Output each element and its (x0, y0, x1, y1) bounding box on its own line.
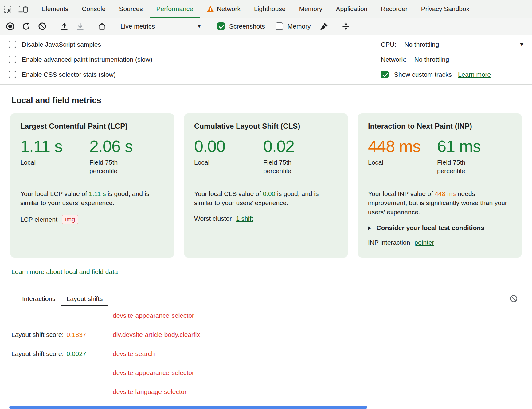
show-custom-tracks-checkbox[interactable]: Show custom tracks (381, 71, 452, 78)
live-metrics-home-button[interactable] (95, 20, 109, 33)
element-node-link[interactable]: devsite-appearance-selector (113, 369, 194, 376)
element-node-link[interactable]: devsite-appearance-selector (113, 312, 194, 319)
tab-network[interactable]: Network (200, 0, 247, 18)
inp-interaction-link[interactable]: pointer (414, 239, 434, 246)
tab-label: Layout shifts (67, 295, 103, 302)
download-icon (76, 22, 85, 31)
upload-icon (60, 22, 69, 31)
worst-cluster-link[interactable]: 1 shift (236, 215, 253, 222)
network-value: No throttling (414, 56, 449, 63)
capture-settings: Disable JavaScript samples Enable advanc… (0, 35, 532, 85)
clear-button[interactable] (35, 20, 49, 33)
desc-text: Your local INP value of (368, 190, 435, 197)
cls-local-block: 0.00 Local (194, 137, 263, 175)
element-node-link[interactable]: div.devsite-article-body.clearfix (113, 331, 200, 338)
inp-field-block: 61 ms Field 75th percentile (437, 137, 483, 175)
learn-more-local-field-link[interactable]: Learn more about local and field data (11, 268, 118, 275)
tab-label: Sources (119, 5, 143, 13)
tab-label: Privacy Sandbox (421, 5, 470, 13)
divider (335, 21, 335, 31)
disable-js-samples-checkbox[interactable]: Disable JavaScript samples (9, 37, 152, 52)
consider-local-conditions-disclosure[interactable]: ▶ Consider your local test conditions (368, 224, 512, 232)
css-selector-stats-checkbox[interactable]: Enable CSS selector stats (slow) (9, 67, 152, 82)
cls-worst-cluster-row: Worst cluster 1 shift (194, 215, 338, 222)
lcp-element-node-link[interactable]: img (62, 215, 78, 224)
tab-lighthouse[interactable]: Lighthouse (247, 0, 292, 18)
settings-left-column: Disable JavaScript samples Enable advanc… (0, 37, 152, 82)
lcp-field-value: 2.06 s (89, 137, 135, 156)
cpu-label: CPU: (381, 41, 396, 48)
checkbox-unchecked-icon (276, 22, 283, 30)
score-label: Layout shift score: (11, 350, 64, 357)
tab-application[interactable]: Application (329, 0, 374, 18)
network-throttling-select[interactable]: Network: No throttling ▼ (381, 52, 525, 67)
divider (33, 4, 33, 14)
load-profile-button[interactable] (57, 20, 71, 33)
layout-shift-row[interactable]: Layout shift score: 0.0027 devsite-searc… (10, 344, 522, 363)
divider (91, 21, 91, 31)
tab-label: Application (336, 5, 368, 13)
tab-interactions[interactable]: Interactions (17, 291, 61, 306)
tab-performance[interactable]: Performance (150, 0, 200, 18)
memory-checkbox[interactable]: Memory (271, 22, 315, 30)
divider (113, 21, 113, 31)
record-and-reload-button[interactable] (19, 20, 33, 33)
tab-privacy-sandbox[interactable]: Privacy Sandbox (414, 0, 476, 18)
desc-text: Your local CLS value of (194, 190, 263, 197)
tab-recorder[interactable]: Recorder (374, 0, 414, 18)
divider (194, 182, 338, 182)
screenshots-checkbox[interactable]: Screenshots (213, 22, 269, 30)
tab-label: Interactions (22, 295, 56, 302)
divider (20, 182, 164, 182)
score-label: Layout shift score: (11, 331, 64, 338)
cls-card-title: Cumulative Layout Shift (CLS) (194, 122, 338, 130)
tab-console[interactable]: Console (75, 0, 112, 18)
tab-label: Elements (41, 5, 68, 13)
lcp-local-value: 1.11 s (20, 137, 89, 156)
record-button[interactable] (3, 20, 17, 33)
tab-sources[interactable]: Sources (112, 0, 150, 18)
save-profile-button[interactable] (73, 20, 87, 33)
tab-elements[interactable]: Elements (35, 0, 75, 18)
worst-cluster-label: Worst cluster (194, 215, 232, 222)
layout-shift-row[interactable]: Layout shift score: 0.1837 div.devsite-a… (10, 325, 522, 344)
element-node-link[interactable]: devsite-language-selector (113, 388, 186, 395)
network-label: Network: (381, 56, 406, 63)
setting-label: Enable CSS selector stats (slow) (22, 71, 116, 78)
advanced-paint-instrumentation-checkbox[interactable]: Enable advanced paint instrumentation (s… (9, 52, 152, 67)
tab-label: Recorder (381, 5, 407, 13)
layout-shift-row[interactable]: devsite-language-selector (10, 382, 522, 401)
score-value: 0.1837 (66, 331, 86, 338)
device-toolbar-button[interactable] (15, 0, 31, 18)
element-node-link[interactable]: devsite-search (113, 350, 155, 357)
layout-shift-row[interactable]: devsite-appearance-selector (10, 363, 522, 382)
clear-icon (38, 22, 47, 31)
inp-card-title: Interaction to Next Paint (INP) (368, 122, 512, 130)
clear-icon (510, 294, 518, 303)
checkbox-checked-icon (217, 22, 225, 30)
cls-field-label: Field 75th percentile (263, 158, 309, 175)
lcp-card: Largest Contentful Paint (LCP) 1.11 s Lo… (10, 113, 174, 258)
cls-local-value: 0.00 (194, 137, 263, 156)
horizontal-scrollbar-thumb[interactable] (9, 406, 367, 409)
custom-tracks-learn-more-link[interactable]: Learn more (458, 71, 491, 78)
lcp-element-label: LCP element (20, 216, 57, 223)
score-value: 0.0027 (66, 350, 86, 357)
clear-log-button[interactable] (510, 294, 518, 303)
checkbox-checked-icon (381, 71, 389, 78)
garbage-collect-button[interactable] (317, 20, 331, 33)
show-custom-tracks-row: Show custom tracks Learn more (381, 67, 525, 82)
chevron-down-icon: ▼ (197, 24, 201, 29)
fit-view-button[interactable] (339, 20, 353, 33)
cpu-throttling-select[interactable]: CPU: No throttling ▼ (381, 37, 525, 52)
live-metrics-select[interactable]: Live metrics ▼ (117, 20, 205, 33)
checkbox-unchecked-icon (9, 56, 16, 63)
layout-shift-row[interactable]: devsite-appearance-selector (10, 306, 522, 325)
tab-label: Network (217, 5, 241, 13)
tab-layout-shifts[interactable]: Layout shifts (61, 291, 108, 306)
inspect-element-button[interactable] (0, 0, 15, 18)
panel-tabs: Elements Console Sources Performance Net… (35, 0, 476, 18)
settings-right-column: CPU: No throttling ▼ Network: No throttl… (381, 37, 532, 82)
tab-memory[interactable]: Memory (292, 0, 329, 18)
lcp-values: 1.11 s Local 2.06 s Field 75th percentil… (20, 137, 164, 175)
